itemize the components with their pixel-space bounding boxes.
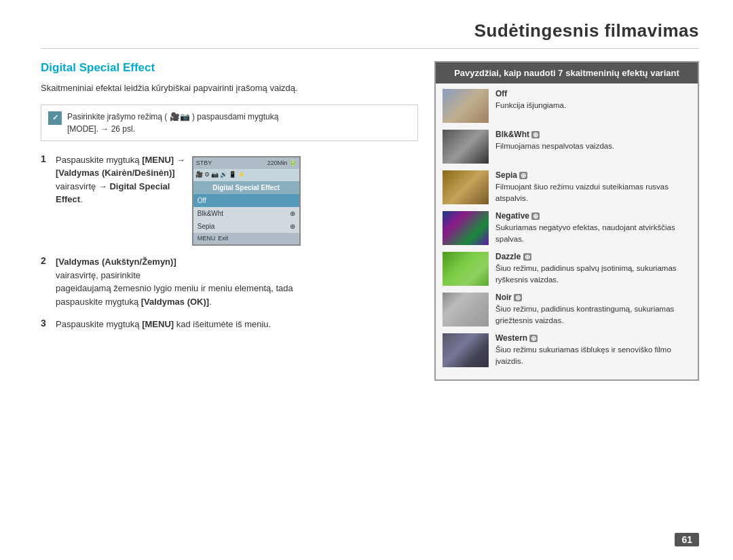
- menu-item-off: Off: [193, 194, 299, 207]
- example-off-desc: Funkcija išjungiama.: [495, 100, 691, 111]
- example-blkwht: Blk&Wht ⊕ Filmuojamas nespalvotas vaizda…: [443, 130, 691, 164]
- step-1-content: Paspauskite mygtuką [MENU] → [Valdymas (…: [56, 153, 418, 246]
- example-blkwht-name: Blk&Wht ⊕: [495, 130, 691, 139]
- example-sepia-text: Sepia ⊕ Filmuojant šiuo režimu vaizdui s…: [495, 170, 691, 204]
- example-negative-text: Negative ⊕ Sukuriamas negatyvo efektas, …: [495, 211, 691, 244]
- thumb-dazzle: [443, 252, 489, 286]
- left-column: Digital Special Effect Skaitmeniniai efe…: [41, 61, 418, 526]
- step-2-content: [Valdymas (Aukštyn/Žemyn)] vairasvirtę, …: [56, 255, 418, 308]
- menu-item-sepia: Sepia⊕: [193, 220, 299, 233]
- example-dazzle-name: Dazzle ⊕: [495, 252, 691, 261]
- thumb-negative: [443, 211, 489, 245]
- example-off-name: Off: [495, 89, 691, 98]
- step-2-number: 2: [41, 255, 50, 266]
- page: Sudėtingesnis filmavimas Digital Special…: [0, 0, 733, 560]
- step-3-number: 3: [41, 318, 50, 329]
- step-3: 3 Paspauskite mygtuką [MENU] kad išeitum…: [41, 318, 418, 331]
- dazzle-icon: ⊕: [523, 253, 531, 261]
- main-content: Digital Special Effect Skaitmeniniai efe…: [41, 61, 699, 526]
- thumb-off: [443, 89, 489, 123]
- example-negative: Negative ⊕ Sukuriamas negatyvo efektas, …: [443, 211, 691, 245]
- step-1-number: 1: [41, 153, 50, 164]
- noir-icon: ⊕: [514, 294, 522, 301]
- example-sepia-desc: Filmuojant šiuo režimu vaizdui suteikiam…: [495, 181, 691, 204]
- example-noir-desc: Šiuo režimu, padidinus kontrastingumą, s…: [495, 303, 691, 326]
- camera-screen: STBY 220Min 🔋 🎥⚙📷🔊📱⚡ Digital Special Eff…: [192, 156, 301, 246]
- example-sepia: Sepia ⊕ Filmuojant šiuo režimu vaizdui s…: [443, 170, 691, 204]
- note-icon: ✓: [48, 111, 62, 125]
- page-title: Sudėtingesnis filmavimas: [474, 20, 699, 41]
- example-negative-desc: Sukuriamas negatyvo efektas, naudojant a…: [495, 222, 691, 244]
- note-box: ✓ Pasirinkite įrašymo režimą ( 🎥📷 ) pasp…: [41, 105, 418, 141]
- example-negative-name: Negative ⊕: [495, 211, 691, 221]
- sepia-icon: ⊕: [519, 172, 527, 179]
- note-text: Pasirinkite įrašymo režimą ( 🎥📷 ) paspau…: [67, 111, 278, 135]
- negative-icon: ⊕: [531, 212, 540, 220]
- example-western-desc: Šiuo režimu sukuriamas išblukęs ir senov…: [495, 344, 691, 367]
- menu-item-blkwht: Blk&Wht⊕: [193, 207, 299, 220]
- right-column: Pavyzdžiai, kaip naudoti 7 skaitmeninių …: [434, 61, 699, 526]
- thumb-western: [443, 333, 489, 367]
- western-icon: ⊕: [529, 335, 538, 342]
- thumb-noir: [443, 293, 489, 326]
- step-2: 2 [Valdymas (Aukštyn/Žemyn)] vairasvirtę…: [41, 255, 418, 308]
- example-western-name: Western ⊕: [495, 333, 691, 343]
- header: Sudėtingesnis filmavimas: [41, 20, 699, 49]
- example-western-text: Western ⊕ Šiuo režimu sukuriamas išblukę…: [495, 333, 691, 367]
- steps: 1 Paspauskite mygtuką [MENU] → [Valdymas…: [41, 153, 418, 331]
- page-number: 61: [675, 533, 699, 546]
- example-sepia-name: Sepia ⊕: [495, 170, 691, 180]
- examples-list: Off Funkcija išjungiama. Blk&Wht ⊕ Filmu…: [436, 83, 698, 379]
- step-3-content: Paspauskite mygtuką [MENU] kad išeitumėt…: [56, 318, 418, 331]
- example-off-text: Off Funkcija išjungiama.: [495, 89, 691, 111]
- time-label: 220Min 🔋: [267, 159, 297, 168]
- thumb-blkwht: [443, 130, 489, 164]
- thumb-sepia: [443, 170, 489, 204]
- example-blkwht-text: Blk&Wht ⊕ Filmuojamas nespalvotas vaizda…: [495, 130, 691, 152]
- menu-exit-bar: MENUExit: [193, 233, 299, 245]
- stby-label: STBY: [196, 159, 212, 168]
- example-off: Off Funkcija išjungiama.: [443, 89, 691, 123]
- menu-title: Digital Special Effect: [193, 181, 299, 194]
- examples-header: Pavyzdžiai, kaip naudoti 7 skaitmeninių …: [436, 62, 698, 83]
- example-dazzle-desc: Šiuo režimu, padidinus spalvų įsotinimą,…: [495, 263, 691, 285]
- example-dazzle-text: Dazzle ⊕ Šiuo režimu, padidinus spalvų į…: [495, 252, 691, 285]
- example-blkwht-desc: Filmuojamas nespalvotas vaizdas.: [495, 141, 691, 152]
- examples-box: Pavyzdžiai, kaip naudoti 7 skaitmeninių …: [434, 61, 699, 381]
- blkwht-icon: ⊕: [531, 131, 540, 138]
- example-noir-name: Noir ⊕: [495, 293, 691, 302]
- example-dazzle: Dazzle ⊕ Šiuo režimu, padidinus spalvų į…: [443, 252, 691, 286]
- camera-top-bar: STBY 220Min 🔋: [193, 157, 299, 170]
- section-title: Digital Special Effect: [41, 61, 418, 75]
- example-western: Western ⊕ Šiuo režimu sukuriamas išblukę…: [443, 333, 691, 367]
- step-1: 1 Paspauskite mygtuką [MENU] → [Valdymas…: [41, 153, 418, 246]
- example-noir: Noir ⊕ Šiuo režimu, padidinus kontrastin…: [443, 293, 691, 326]
- example-noir-text: Noir ⊕ Šiuo režimu, padidinus kontrastin…: [495, 293, 691, 326]
- intro-text: Skaitmeniniai efektai leidžia kūrybiškai…: [41, 81, 418, 95]
